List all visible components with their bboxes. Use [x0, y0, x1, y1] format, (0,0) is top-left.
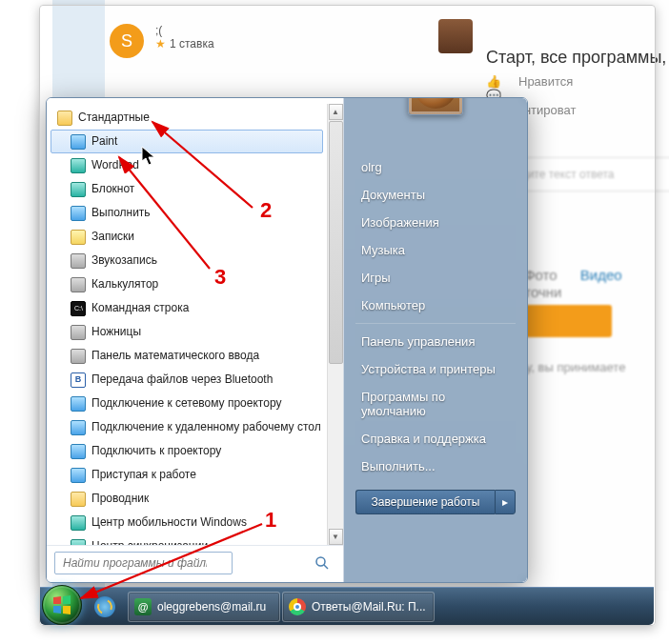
- taskbar-task-mailagent[interactable]: oleggrebens@mail.ru: [128, 592, 280, 622]
- link-games[interactable]: Игры: [350, 264, 521, 292]
- svg-line-1: [324, 565, 328, 569]
- search-icon[interactable]: [314, 555, 330, 571]
- start-button[interactable]: [42, 585, 82, 625]
- bg-avatar-s: S: [110, 24, 144, 58]
- network-projector-icon: [71, 396, 86, 412]
- paint-icon: [71, 134, 86, 150]
- page-root: S ;( ★1 ставка Старт, все программы, ста…: [0, 0, 669, 644]
- ie-icon: [94, 596, 115, 617]
- folder-icon: [57, 111, 72, 126]
- wordpad-icon: [71, 158, 86, 173]
- program-list-scrollbar[interactable]: ▲ ▼: [327, 104, 343, 545]
- taskbar-pinned-ie[interactable]: [84, 592, 126, 622]
- start-menu: Стандартные Paint WordPad Блокнот Выполн…: [46, 97, 528, 583]
- shutdown-options-arrow[interactable]: ▸: [495, 490, 516, 514]
- bg-post-1: S ;( ★1 ставка: [110, 24, 214, 58]
- bg-post-1-text: ;( ★1 ставка: [155, 24, 214, 50]
- bg-post-2-title: Старт, все программы, ста: [486, 48, 669, 68]
- link-default-programs[interactable]: Программы по умолчанию: [350, 383, 521, 425]
- program-item-projector[interactable]: Подключить к проектору: [51, 439, 323, 463]
- bg-post-1-line1: ;(: [155, 24, 214, 37]
- snipping-icon: [71, 325, 86, 340]
- mobility-icon: [71, 515, 86, 531]
- math-input-icon: [71, 349, 86, 364]
- explorer-icon: [71, 492, 86, 507]
- scroll-up-icon[interactable]: ▲: [329, 104, 343, 120]
- welcome-icon: [71, 468, 86, 483]
- separator: [355, 323, 516, 324]
- bluetooth-icon: [71, 372, 86, 388]
- program-item-run[interactable]: Выполнить: [51, 201, 323, 225]
- program-item-snip[interactable]: Ножницы: [51, 320, 323, 344]
- bg-post-1-line2: ★1 ставка: [155, 37, 214, 50]
- shutdown-button-group: Завершение работы ▸: [355, 490, 516, 514]
- scroll-thumb[interactable]: [329, 121, 343, 364]
- link-run[interactable]: Выполнить...: [350, 453, 521, 480]
- cmd-icon: [71, 301, 86, 316]
- program-item-paint[interactable]: Paint: [51, 130, 323, 153]
- search-input[interactable]: [54, 552, 233, 574]
- folder-label: Стандартные: [78, 109, 150, 127]
- scroll-down-icon[interactable]: ▼: [329, 529, 343, 545]
- bg-tabs: ▣ Фото Видео Источни: [507, 267, 669, 300]
- username-link[interactable]: olrg: [350, 153, 521, 181]
- program-item-explorer[interactable]: Проводник: [51, 487, 323, 511]
- run-icon: [71, 206, 86, 221]
- soundrec-icon: [71, 253, 86, 269]
- thumb-up-icon: 👍: [486, 74, 501, 89]
- program-item-cmd[interactable]: Командная строка: [51, 296, 323, 320]
- link-devices[interactable]: Устройства и принтеры: [350, 355, 521, 383]
- program-item-mathinput[interactable]: Панель математического ввода: [51, 344, 323, 368]
- windows-logo-icon: [51, 594, 73, 616]
- program-item-sync[interactable]: Центр синхронизации: [51, 534, 323, 545]
- svg-point-0: [316, 557, 325, 566]
- projector-icon: [71, 444, 86, 459]
- link-computer[interactable]: Компьютер: [350, 292, 521, 319]
- search-row: [47, 545, 343, 576]
- calculator-icon: [71, 277, 86, 292]
- link-control-panel[interactable]: Панель управления: [350, 328, 521, 355]
- folder-standartnye[interactable]: Стандартные: [51, 106, 323, 130]
- taskbar-task-1-label: oleggrebens@mail.ru: [157, 600, 266, 614]
- bg-tab-video[interactable]: Видео: [580, 267, 622, 283]
- start-menu-programs-panel: Стандартные Paint WordPad Блокнот Выполн…: [47, 98, 344, 582]
- link-help[interactable]: Справка и поддержка: [350, 425, 521, 453]
- sticky-notes-icon: [71, 230, 86, 245]
- taskbar-task-chrome[interactable]: Ответы@Mail.Ru: П...: [282, 592, 435, 622]
- program-item-welcome[interactable]: Приступая к работе: [51, 463, 323, 487]
- program-item-sticky[interactable]: Записки: [51, 225, 323, 249]
- program-item-calculator[interactable]: Калькулятор: [51, 272, 323, 296]
- program-item-bluetooth[interactable]: Передача файлов через Bluetooth: [51, 368, 323, 392]
- shutdown-button[interactable]: Завершение работы: [355, 490, 495, 514]
- start-menu-places-panel: olrg Документы Изображения Музыка Игры К…: [344, 98, 527, 582]
- taskbar: oleggrebens@mail.ru Ответы@Mail.Ru: П...: [40, 587, 654, 625]
- rdp-icon: [71, 420, 86, 435]
- link-pictures[interactable]: Изображения: [350, 209, 521, 236]
- program-item-netproj[interactable]: Подключение к сетевому проектору: [51, 392, 323, 415]
- link-documents[interactable]: Документы: [350, 181, 521, 209]
- notepad-icon: [71, 182, 86, 197]
- program-item-wordpad[interactable]: WordPad: [51, 153, 323, 177]
- program-item-rdp[interactable]: Подключение к удаленному рабочему стол: [51, 415, 323, 439]
- program-item-soundrec[interactable]: Звукозапись: [51, 249, 323, 272]
- taskbar-task-2-label: Ответы@Mail.Ru: П...: [312, 600, 426, 614]
- link-music[interactable]: Музыка: [350, 236, 521, 264]
- chrome-icon: [289, 598, 306, 615]
- mail-agent-icon: [134, 598, 152, 615]
- bg-avatar-2: [438, 19, 473, 53]
- user-picture[interactable]: [408, 97, 463, 115]
- program-item-mobility[interactable]: Центр мобильности Windows: [51, 511, 323, 534]
- program-item-notepad[interactable]: Блокнот: [51, 177, 323, 201]
- star-icon: ★: [155, 37, 166, 50]
- start-menu-program-list[interactable]: Стандартные Paint WordPad Блокнот Выполн…: [47, 104, 327, 545]
